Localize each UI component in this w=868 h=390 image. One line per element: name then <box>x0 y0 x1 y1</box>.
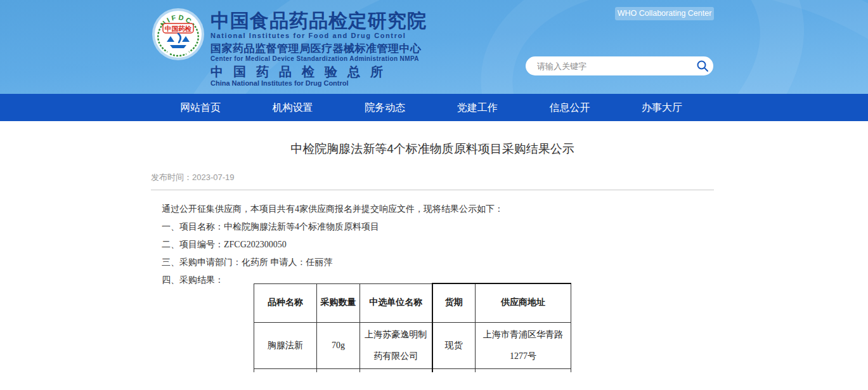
paragraph-intro: 通过公开征集供应商，本项目共有4家供应商报名并提交响应文件，现将结果公示如下： <box>151 204 714 214</box>
nifdc-logo-icon[interactable]: NIFDC 中国药检 <box>151 7 205 62</box>
procurement-result-table: 品种名称 采购数量 中选单位名称 货期 供应商地址 胸腺法新 70g 上海苏豪逸… <box>254 283 571 372</box>
article: 中检院胸腺法新等4个标准物质原料项目采购结果公示 发布时间：2023-07-19… <box>151 141 714 372</box>
publish-date: 发布时间：2023-07-19 <box>151 172 714 183</box>
search-bar <box>526 56 713 75</box>
nav-item-disclosure[interactable]: 信息公开 <box>549 94 590 121</box>
main-nav-items: 网站首页 机构设置 院务动态 党建工作 信息公开 办事大厅 <box>180 94 682 121</box>
col-header-variety: 品种名称 <box>254 283 317 322</box>
main-nav: 网站首页 机构设置 院务动态 党建工作 信息公开 办事大厅 <box>0 94 868 121</box>
institute-name-cn: 中国药品检验总所 <box>211 65 427 79</box>
site-header: NIFDC 中国药检 中国食品药品检定研究院 National Institut… <box>0 0 868 94</box>
page-title: 中检院胸腺法新等4个标准物质原料项目采购结果公示 <box>151 141 714 157</box>
article-body: 通过公开征集供应商，本项目共有4家供应商报名并提交响应文件，现将结果公示如下： … <box>151 204 714 285</box>
org-titles: 中国食品药品检定研究院 National Institutes for Food… <box>211 11 427 87</box>
paragraph-project-name: 一、项目名称：中检院胸腺法新等4个标准物质原料项目 <box>151 222 714 231</box>
divider <box>151 190 714 190</box>
search-input[interactable] <box>526 62 692 71</box>
cell-variety: 胸腺法新 <box>254 322 317 369</box>
search-icon <box>696 60 709 72</box>
paragraph-department: 三、采购申请部门：化药所 申请人：任丽萍 <box>151 257 714 267</box>
cell-delivery: 现货 <box>432 322 476 369</box>
center-name-cn: 国家药品监督管理局医疗器械标准管理中心 <box>211 42 427 55</box>
paragraph-project-number: 二、项目编号：ZFCG202300050 <box>151 240 714 249</box>
org-name-en: National Institutes for Food and Drug Co… <box>211 32 427 40</box>
col-header-quantity: 采购数量 <box>317 283 360 322</box>
cell-quantity: 70g <box>317 322 360 369</box>
nav-item-party[interactable]: 党建工作 <box>457 94 498 121</box>
table-header-row: 品种名称 采购数量 中选单位名称 货期 供应商地址 <box>254 283 571 322</box>
cell-address: 上海市青浦区华青路1277号 <box>476 322 571 369</box>
svg-text:中国药检: 中国药检 <box>165 25 192 32</box>
table-row-clipped <box>254 369 571 372</box>
who-collaborating-badge: WHO Collaborating Center <box>615 7 714 20</box>
cell-winner: 上海苏豪逸明制药有限公司 <box>360 322 432 369</box>
col-header-address: 供应商地址 <box>476 283 571 322</box>
center-name-en: Center for Medical Device Standardizatio… <box>211 55 427 62</box>
search-button[interactable] <box>692 56 713 75</box>
nav-item-organization[interactable]: 机构设置 <box>273 94 313 121</box>
col-header-winner: 中选单位名称 <box>360 283 432 322</box>
org-name-cn: 中国食品药品检定研究院 <box>211 11 427 31</box>
table-row: 胸腺法新 70g 上海苏豪逸明制药有限公司 现货 上海市青浦区华青路1277号 <box>254 322 571 369</box>
col-header-delivery: 货期 <box>432 283 476 322</box>
institute-name-en: China National Institutes for Drug Contr… <box>211 79 427 87</box>
nav-item-services[interactable]: 办事大厅 <box>642 94 682 121</box>
nav-item-home[interactable]: 网站首页 <box>180 94 221 121</box>
nav-item-news[interactable]: 院务动态 <box>365 94 405 121</box>
page: NIFDC 中国药检 中国食品药品检定研究院 National Institut… <box>0 0 868 390</box>
